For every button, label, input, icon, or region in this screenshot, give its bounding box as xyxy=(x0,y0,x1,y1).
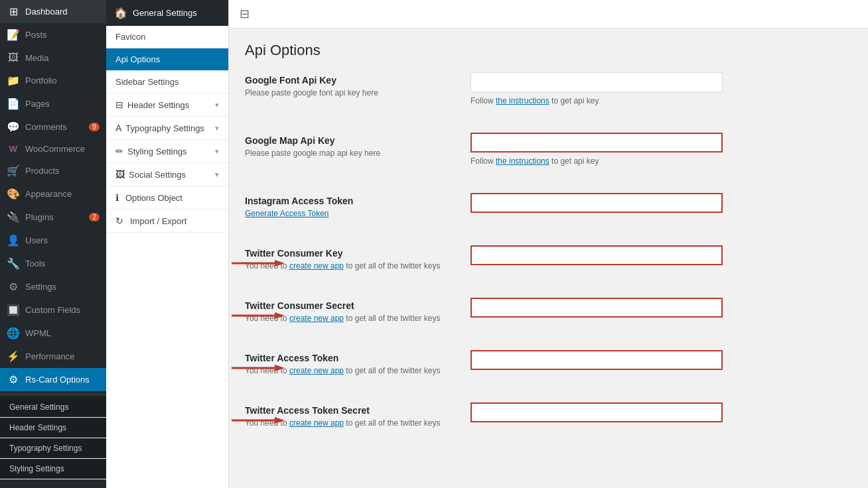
styling-settings-label: Styling Settings xyxy=(127,147,187,156)
sidebar-item-tools[interactable]: 🔧 Tools xyxy=(0,252,106,275)
comments-icon: 💬 xyxy=(7,121,20,133)
google-map-api-key-input[interactable] xyxy=(470,133,723,152)
woocommerce-icon: W xyxy=(7,144,20,154)
sidebar-item-label: Dashboard xyxy=(25,7,68,17)
sidebar-item-settings[interactable]: ⚙ Settings xyxy=(0,275,106,298)
plugin-submenu-typography-group: A Typography Settings ▾ xyxy=(106,117,228,140)
field-input-col-twitter-consumer-key xyxy=(470,245,810,265)
field-label-twitter-consumer-key: Twitter Consumer Key xyxy=(245,248,457,259)
sidebar-item-label: Comments xyxy=(25,122,67,132)
sidebar-item-performance[interactable]: ⚡ Performance xyxy=(0,345,106,368)
arrow-svg-3 xyxy=(232,363,285,373)
field-input-col-twitter-consumer-secret xyxy=(470,298,810,318)
content-body: Api Options Google Font Api Key Please p… xyxy=(229,29,826,468)
arrow-twitter-consumer-secret xyxy=(232,311,285,320)
sidebar-item-pages[interactable]: 📄 Pages xyxy=(0,92,106,115)
twitter-consumer-secret-input[interactable] xyxy=(470,298,723,318)
portfolio-icon: 📁 xyxy=(7,74,20,87)
main-content: ⊟ Api Options Google Font Api Key Please… xyxy=(229,0,868,488)
sidebar-item-media[interactable]: 🖼 Media xyxy=(0,46,106,69)
field-label-col: Google Font Api Key Please paste google … xyxy=(245,72,457,97)
comments-badge: 9 xyxy=(89,123,100,131)
field-row-instagram-access-token: Instagram Access Token Generate Access T… xyxy=(245,193,810,229)
plugin-submenu-favicon[interactable]: Favicon xyxy=(106,26,228,48)
field-note-google-font: Follow the instructions to get api key xyxy=(470,96,810,105)
sidebar-item-wpml[interactable]: 🌐 WPML xyxy=(0,322,106,345)
field-row-google-map-api-key: Google Map Api Key Please paste google m… xyxy=(245,133,810,177)
plugin-submenu-styling-group: ✏ Styling Settings ▾ xyxy=(106,140,228,163)
options-object-icon: ℹ xyxy=(115,192,119,203)
plugin-submenu-header-settings[interactable]: ⊟ Header Settings ▾ xyxy=(106,93,228,117)
plugin-submenu-header-settings-group: ⊟ Header Settings ▾ xyxy=(106,93,228,117)
api-options-label: Api Options xyxy=(115,54,160,64)
arrow-svg xyxy=(232,259,285,268)
wpml-icon: 🌐 xyxy=(7,327,20,339)
tools-icon: 🔧 xyxy=(7,257,20,270)
sidebar-item-label: WooCommerce xyxy=(25,144,85,154)
plugin-submenu-styling-settings[interactable]: ✏ Styling Settings ▾ xyxy=(106,140,228,163)
field-label-col: Instagram Access Token Generate Access T… xyxy=(245,193,457,218)
twitter-consumer-secret-app-link[interactable]: create new app xyxy=(289,314,344,323)
styling-chevron: ▾ xyxy=(215,147,219,156)
sidebar-item-label: Plugins xyxy=(25,212,54,222)
svg-marker-5 xyxy=(275,365,285,371)
toolbar-icon[interactable]: ⊟ xyxy=(237,4,252,24)
sidebar-item-dashboard[interactable]: ⊞ Dashboard xyxy=(0,0,106,23)
sidebar-settings-label: Sidebar Settings xyxy=(115,77,179,87)
field-label-instagram: Instagram Access Token xyxy=(245,196,457,206)
svg-marker-7 xyxy=(275,417,285,424)
google-font-instructions-link[interactable]: the instructions xyxy=(496,96,549,105)
plugin-top-menu[interactable]: 🏠 General Settings xyxy=(106,0,228,26)
sidebar-item-products[interactable]: 🛒 Products xyxy=(0,159,106,182)
svg-marker-1 xyxy=(275,260,285,267)
instagram-access-token-input[interactable] xyxy=(470,193,723,213)
field-input-col-twitter-access-token-secret xyxy=(470,402,810,422)
sidebar-item-users[interactable]: 👤 Users xyxy=(0,229,106,252)
plugin-submenu-typography-settings[interactable]: A Typography Settings ▾ xyxy=(106,117,228,140)
field-row-twitter-access-token-secret: Twitter Access Token Secret You need to … xyxy=(245,402,810,439)
social-icon: 🖼 xyxy=(115,169,125,180)
plugin-top-menu-label: General Settings xyxy=(133,8,197,18)
typography-icon: A xyxy=(115,123,121,133)
sidebar-item-label: Custom Fields xyxy=(25,305,80,315)
favicon-label: Favicon xyxy=(115,32,146,42)
google-font-api-key-input[interactable] xyxy=(470,72,723,92)
bottom-link-header-settings[interactable]: Header Settings xyxy=(0,418,106,438)
google-map-instructions-link[interactable]: the instructions xyxy=(496,156,549,166)
wp-admin-sidebar: ⊞ Dashboard 📝 Posts 🖼 Media 📁 Portfolio … xyxy=(0,0,106,488)
options-object-label: Options Object xyxy=(125,193,182,203)
sidebar-item-label: Settings xyxy=(25,282,56,292)
users-icon: 👤 xyxy=(7,234,20,247)
sidebar-item-posts[interactable]: 📝 Posts xyxy=(0,23,106,46)
bottom-link-styling-settings[interactable]: Styling Settings xyxy=(0,459,106,479)
sidebar-item-label: WPML xyxy=(25,328,51,338)
rs-card-icon: ⚙ xyxy=(7,373,20,386)
twitter-consumer-key-input[interactable] xyxy=(470,245,723,265)
plugin-submenu-sidebar-settings[interactable]: Sidebar Settings xyxy=(106,71,228,93)
plugin-submenu-import-export[interactable]: ↻ Import / Export xyxy=(106,210,228,233)
twitter-access-token-secret-app-link[interactable]: create new app xyxy=(289,418,344,428)
bottom-link-general-settings[interactable]: General Settings xyxy=(0,397,106,418)
twitter-access-token-secret-input[interactable] xyxy=(470,402,723,422)
plugin-submenu-social-settings[interactable]: 🖼 Social Settings ▾ xyxy=(106,163,228,186)
arrow-svg-4 xyxy=(232,416,285,425)
import-export-label: Import / Export xyxy=(130,216,186,226)
twitter-access-token-input[interactable] xyxy=(470,350,723,370)
products-icon: 🛒 xyxy=(7,164,20,177)
plugin-submenu-options-object[interactable]: ℹ Options Object xyxy=(106,186,228,210)
bottom-link-typography-settings[interactable]: Typography Settings xyxy=(0,438,106,459)
plugin-submenu-api-options[interactable]: Api Options xyxy=(106,48,228,71)
field-label-google-map: Google Map Api Key xyxy=(245,135,457,146)
arrow-twitter-consumer-key xyxy=(232,259,285,268)
twitter-access-token-app-link[interactable]: create new app xyxy=(289,366,344,375)
sidebar-item-portfolio[interactable]: 📁 Portfolio xyxy=(0,69,106,92)
sidebar-item-custom-fields[interactable]: 🔲 Custom Fields xyxy=(0,298,106,322)
generate-access-token-link[interactable]: Generate Access Token xyxy=(245,209,329,218)
sidebar-item-plugins[interactable]: 🔌 Plugins 2 xyxy=(0,206,106,229)
sidebar-item-rs-card-options[interactable]: ⚙ Rs-Card Options xyxy=(0,368,106,391)
sidebar-item-woocommerce[interactable]: W WooCommerce xyxy=(0,139,106,159)
twitter-consumer-key-app-link[interactable]: create new app xyxy=(289,261,344,271)
sidebar-item-comments[interactable]: 💬 Comments 9 xyxy=(0,115,106,139)
plugins-badge: 2 xyxy=(89,213,100,221)
sidebar-item-appearance[interactable]: 🎨 Appearance xyxy=(0,182,106,206)
